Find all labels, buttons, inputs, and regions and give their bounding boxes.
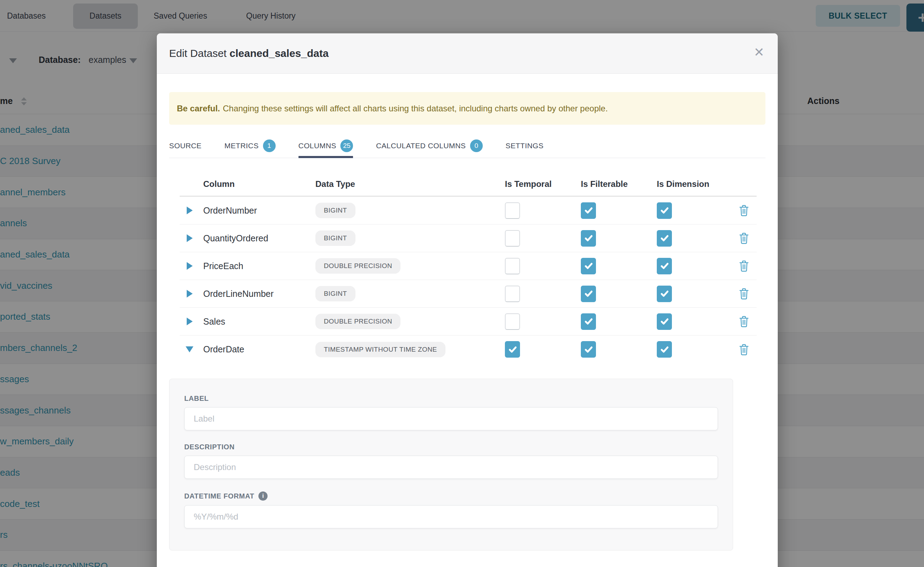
column-row: OrderLineNumber BIGINT: [180, 280, 757, 308]
is-temporal-checkbox[interactable]: [505, 314, 520, 330]
data-type-pill: BIGINT: [315, 286, 355, 302]
caret-icon: [187, 207, 193, 214]
is-temporal-checkbox[interactable]: [505, 341, 520, 358]
datetime-format-field-label: DATETIME FORMAT i: [184, 492, 718, 501]
is-dimension-checkbox[interactable]: [657, 258, 672, 274]
is-dimension-checkbox[interactable]: [657, 314, 672, 330]
is-dimension-cell: [655, 314, 731, 330]
modal-body: Be careful. Changing these settings will…: [157, 92, 778, 550]
data-type-cell: DOUBLE PRECISION: [315, 258, 504, 274]
data-type-pill: BIGINT: [315, 203, 355, 218]
is-dimension-cell: [655, 286, 731, 302]
is-filterable-cell: [579, 258, 655, 274]
warning-bold-text: Be careful.: [177, 104, 220, 114]
is-filterable-checkbox[interactable]: [581, 286, 596, 302]
is-temporal-checkbox[interactable]: [505, 258, 520, 274]
label-field-label: LABEL: [184, 394, 718, 403]
expand-toggle[interactable]: [180, 262, 199, 270]
info-icon[interactable]: i: [259, 492, 268, 501]
data-type-header: Data Type: [315, 179, 504, 189]
is-filterable-header: Is Filterable: [579, 179, 655, 189]
is-dimension-cell: [655, 341, 731, 358]
caret-icon: [187, 290, 193, 297]
expand-toggle[interactable]: [180, 234, 199, 242]
tab-calculated-columns[interactable]: CALCULATED COLUMNS 0: [376, 134, 482, 158]
data-type-cell: BIGINT: [315, 203, 504, 218]
data-type-cell: TIMESTAMP WITHOUT TIME ZONE: [315, 342, 504, 357]
page: Databases Datasets Saved Queries Query H…: [0, 0, 924, 567]
tab-label: METRICS: [224, 142, 259, 150]
trash-icon[interactable]: [739, 260, 749, 272]
modal-header: Edit Dataset cleaned_sales_data ✕: [157, 33, 778, 74]
trash-icon[interactable]: [739, 315, 749, 327]
tab-source[interactable]: SOURCE: [169, 134, 202, 158]
is-dimension-checkbox[interactable]: [657, 202, 672, 219]
caret-icon: [186, 346, 193, 352]
description-field-label: DESCRIPTION: [184, 443, 718, 451]
is-dimension-checkbox[interactable]: [657, 230, 672, 247]
tab-columns[interactable]: COLUMNS 25: [298, 134, 354, 158]
tab-metrics[interactable]: METRICS 1: [224, 134, 275, 158]
data-type-pill: TIMESTAMP WITHOUT TIME ZONE: [315, 342, 445, 357]
delete-column-cell: [731, 204, 757, 216]
tab-count-badge: 25: [340, 140, 353, 152]
is-temporal-cell: [504, 202, 579, 219]
expand-toggle[interactable]: [180, 346, 199, 352]
column-row: OrderNumber BIGINT: [180, 197, 757, 225]
data-type-pill: DOUBLE PRECISION: [315, 258, 400, 274]
is-dimension-checkbox[interactable]: [657, 341, 672, 358]
warning-banner: Be careful. Changing these settings will…: [169, 92, 765, 125]
expand-toggle[interactable]: [180, 207, 199, 214]
column-header: Column: [199, 179, 315, 189]
is-temporal-checkbox[interactable]: [505, 202, 520, 219]
is-temporal-cell: [504, 286, 579, 302]
is-dimension-checkbox[interactable]: [657, 286, 672, 302]
is-filterable-checkbox[interactable]: [581, 230, 596, 247]
is-dimension-cell: [655, 258, 731, 274]
tab-label: SOURCE: [169, 142, 202, 150]
label-input[interactable]: [184, 407, 718, 430]
column-name: OrderDate: [199, 344, 315, 354]
delete-column-cell: [731, 344, 757, 356]
is-filterable-checkbox[interactable]: [581, 341, 596, 358]
is-temporal-header: Is Temporal: [504, 179, 579, 189]
expand-toggle[interactable]: [180, 290, 199, 297]
description-input[interactable]: [184, 456, 718, 479]
is-filterable-cell: [579, 341, 655, 358]
edit-dataset-modal: Edit Dataset cleaned_sales_data ✕ Be car…: [157, 33, 778, 567]
data-type-pill: DOUBLE PRECISION: [315, 314, 400, 329]
is-temporal-cell: [504, 230, 579, 247]
delete-column-cell: [731, 315, 757, 327]
data-type-pill: BIGINT: [315, 231, 355, 246]
column-row: QuantityOrdered BIGINT: [180, 225, 757, 252]
is-filterable-checkbox[interactable]: [581, 202, 596, 219]
close-icon[interactable]: ✕: [754, 46, 764, 58]
caret-icon: [187, 262, 193, 270]
is-filterable-cell: [579, 286, 655, 302]
tab-count-badge: 1: [263, 140, 275, 152]
datetime-format-input[interactable]: [184, 505, 718, 528]
is-filterable-checkbox[interactable]: [581, 314, 596, 330]
tab-settings[interactable]: SETTINGS: [506, 134, 543, 158]
delete-column-cell: [731, 232, 757, 244]
is-filterable-checkbox[interactable]: [581, 258, 596, 274]
data-type-cell: DOUBLE PRECISION: [315, 314, 504, 329]
is-dimension-cell: [655, 202, 731, 219]
is-filterable-cell: [579, 202, 655, 219]
trash-icon[interactable]: [739, 204, 749, 216]
is-temporal-cell: [504, 341, 579, 358]
is-temporal-checkbox[interactable]: [505, 230, 520, 247]
caret-icon: [187, 234, 193, 242]
column-row: Sales DOUBLE PRECISION: [180, 308, 757, 336]
label-field-group: LABEL: [184, 394, 718, 430]
trash-icon[interactable]: [739, 344, 749, 356]
column-row: PriceEach DOUBLE PRECISION: [180, 252, 757, 280]
is-temporal-checkbox[interactable]: [505, 286, 520, 302]
trash-icon[interactable]: [739, 288, 749, 300]
column-name: Sales: [199, 316, 315, 327]
warning-text: Changing these settings will affect all …: [223, 104, 608, 114]
trash-icon[interactable]: [739, 232, 749, 244]
is-temporal-cell: [504, 314, 579, 330]
expand-toggle[interactable]: [180, 318, 199, 325]
modal-dataset-name: cleaned_sales_data: [230, 47, 329, 59]
